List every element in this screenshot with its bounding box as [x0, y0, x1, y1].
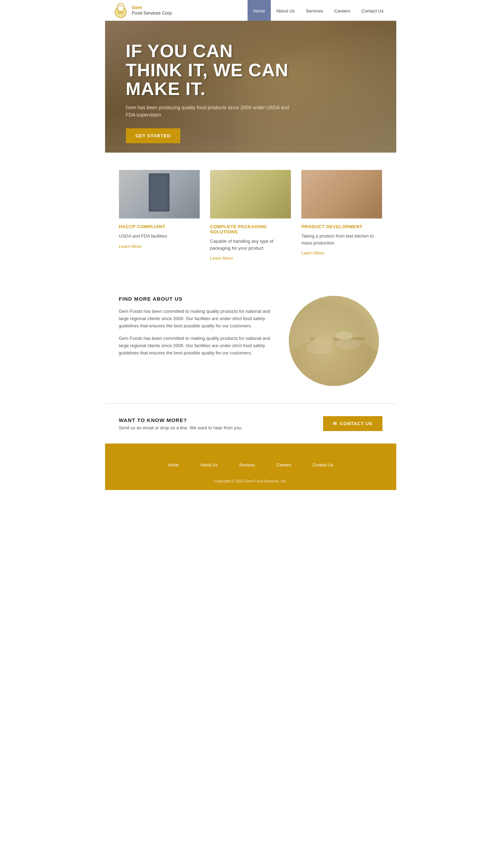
svg-point-6 — [313, 336, 334, 346]
site-footer: Home About Us Services Careers Contact U… — [105, 444, 396, 490]
svg-point-1 — [117, 3, 124, 11]
service-card-haccp: HACCP COMPLIANT USDA and FDA facilities … — [119, 170, 200, 261]
svg-text:Gem: Gem — [118, 11, 124, 14]
svg-point-9 — [336, 339, 360, 350]
service-image-haccp — [119, 170, 200, 218]
logo-icon: Gem — [112, 2, 129, 19]
hero-subtitle: Gem has been producing quality food prod… — [126, 104, 292, 119]
footer-nav-careers[interactable]: Careers — [271, 454, 297, 475]
hero-section: IF YOU CAN THINK IT, WE CAN MAKE IT. Gem… — [105, 21, 396, 153]
contact-banner: WANT TO KNOW MORE? Send us an email or d… — [105, 403, 396, 444]
contact-icon: ✉ — [333, 421, 337, 426]
about-para-1: Gem Foods has been committed to making q… — [119, 308, 271, 329]
contact-banner-title: WANT TO KNOW MORE? — [119, 417, 243, 423]
nav-about[interactable]: About Us — [271, 0, 300, 21]
service-desc-product-dev: Taking a product from test kitchen to ma… — [301, 233, 382, 246]
contact-banner-desc: Send us an email or drop us a line. We w… — [119, 425, 243, 430]
main-nav: Home About Us Services Careers Contact U… — [248, 0, 389, 21]
svg-point-7 — [336, 332, 353, 340]
learn-more-packaging[interactable]: Learn More — [210, 256, 233, 261]
svg-rect-5 — [310, 337, 365, 340]
nav-contact[interactable]: Contact Us — [356, 0, 389, 21]
service-title-packaging: COMPLETE PACKAGING SOLUTIONS — [210, 224, 291, 234]
services-grid: HACCP COMPLIANT USDA and FDA facilities … — [119, 170, 382, 261]
contact-banner-text: WANT TO KNOW MORE? Send us an email or d… — [119, 417, 243, 430]
svg-point-8 — [306, 342, 334, 354]
service-image-product-dev — [301, 170, 382, 218]
footer-nav-home[interactable]: Home — [162, 454, 184, 475]
service-card-product-dev: PRODUCT DEVELOPMENT Taking a product fro… — [301, 170, 382, 261]
about-image-svg — [289, 296, 379, 386]
learn-more-product-dev[interactable]: Learn More — [301, 250, 324, 256]
footer-nav: Home About Us Services Careers Contact U… — [119, 454, 382, 475]
about-text: FIND MORE ABOUT US Gem Foods has been co… — [119, 296, 271, 362]
about-section: FIND MORE ABOUT US Gem Foods has been co… — [105, 278, 396, 403]
services-section: HACCP COMPLIANT USDA and FDA facilities … — [105, 153, 396, 278]
footer-nav-contact[interactable]: Contact Us — [307, 454, 339, 475]
site-header: Gem GemFood Services Corp. Home About Us… — [105, 0, 396, 21]
service-title-haccp: HACCP COMPLIANT — [119, 224, 200, 229]
service-desc-packaging: Capable of handling any type of packagin… — [210, 238, 291, 251]
get-started-button[interactable]: GET STARTED — [126, 128, 181, 143]
footer-nav-services[interactable]: Services — [233, 454, 260, 475]
contact-us-button[interactable]: ✉ CONTACT US — [323, 416, 382, 431]
svg-rect-3 — [289, 296, 379, 386]
service-desc-haccp: USDA and FDA facilities — [119, 233, 200, 240]
footer-nav-about[interactable]: About Us — [195, 454, 223, 475]
nav-careers[interactable]: Careers — [329, 0, 356, 21]
about-image-wrap — [285, 296, 382, 386]
nav-home[interactable]: Home — [248, 0, 271, 21]
logo[interactable]: Gem GemFood Services Corp. — [112, 2, 173, 19]
nav-services[interactable]: Services — [300, 0, 329, 21]
learn-more-haccp[interactable]: Learn More — [119, 244, 142, 249]
about-title: FIND MORE ABOUT US — [119, 296, 271, 302]
hero-content: IF YOU CAN THINK IT, WE CAN MAKE IT. Gem… — [126, 42, 292, 143]
footer-copyright: Copyright © 2024 Gem Food Services, Inc. — [119, 479, 382, 483]
service-image-packaging — [210, 170, 291, 218]
service-card-packaging: COMPLETE PACKAGING SOLUTIONS Capable of … — [210, 170, 291, 261]
about-image-circle — [289, 296, 379, 386]
about-para-2: Gem Foods has been committed to making q… — [119, 335, 271, 356]
contact-button-label: CONTACT US — [340, 421, 372, 426]
logo-text: GemFood Services Corp. — [132, 5, 173, 16]
hero-title: IF YOU CAN THINK IT, WE CAN MAKE IT. — [126, 42, 292, 98]
svg-point-4 — [289, 337, 379, 386]
service-title-product-dev: PRODUCT DEVELOPMENT — [301, 224, 382, 229]
